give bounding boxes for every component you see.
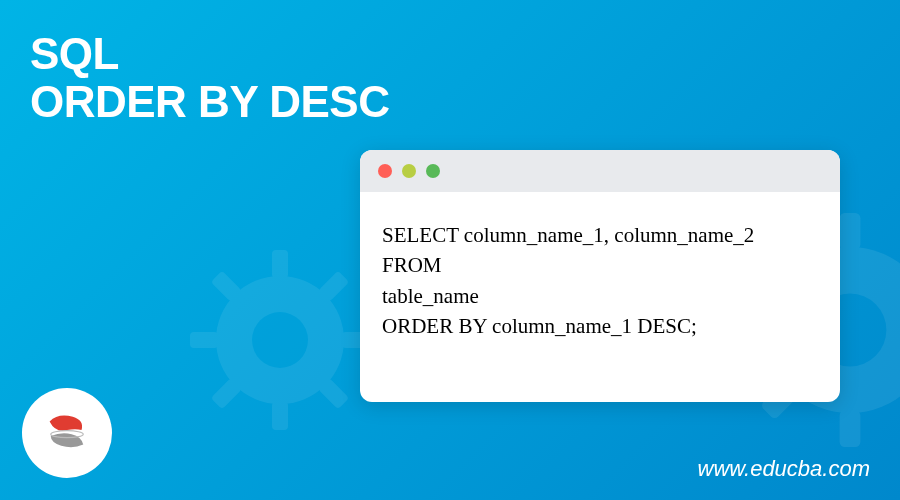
window-minimize-dot — [402, 164, 416, 178]
title-line-2: ORDER BY DESC — [30, 77, 389, 126]
sql-server-logo-badge — [22, 388, 112, 478]
window-close-dot — [378, 164, 392, 178]
svg-rect-12 — [840, 411, 861, 447]
code-window: SELECT column_name_1, column_name_2 FROM… — [360, 150, 840, 402]
svg-rect-8 — [318, 378, 349, 409]
window-title-bar — [360, 150, 840, 192]
svg-rect-5 — [318, 271, 349, 302]
svg-rect-1 — [272, 250, 288, 278]
svg-rect-3 — [190, 332, 218, 348]
svg-point-0 — [216, 276, 344, 404]
page-title: SQL ORDER BY DESC — [30, 30, 389, 127]
gear-decoration-1 — [180, 240, 380, 440]
svg-rect-2 — [272, 402, 288, 430]
title-line-1: SQL — [30, 29, 119, 78]
svg-rect-11 — [840, 213, 861, 249]
footer-url: www.educba.com — [698, 456, 870, 482]
code-content: SELECT column_name_1, column_name_2 FROM… — [360, 192, 840, 402]
svg-rect-7 — [211, 271, 242, 302]
sql-server-icon — [38, 404, 96, 462]
svg-rect-6 — [211, 378, 242, 409]
svg-point-9 — [252, 312, 308, 368]
window-maximize-dot — [426, 164, 440, 178]
